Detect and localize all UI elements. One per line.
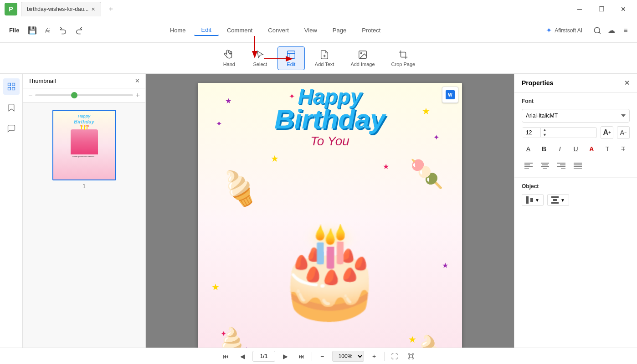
font-section: Font Arial-ItalicMT Arial Times New Roma… [514, 92, 637, 178]
restore-button[interactable]: ❐ [592, 0, 611, 18]
underline-a-button[interactable]: A [522, 143, 535, 155]
redo-button[interactable] [72, 24, 86, 37]
add-text-label: Add Text [315, 62, 334, 67]
happy-birthday-title: Happy Birthday To You [274, 87, 385, 149]
star-decoration: ✦ [433, 133, 439, 142]
font-decrease-button[interactable]: A− [617, 126, 630, 139]
file-menu[interactable]: File [5, 25, 24, 36]
crop-page-button[interactable]: Crop Page [385, 47, 422, 70]
zoom-in-button[interactable]: + [368, 350, 380, 363]
menu-tab-view[interactable]: View [297, 25, 324, 36]
svg-rect-35 [530, 198, 533, 202]
edit-tool-button[interactable]: Edit [277, 46, 305, 70]
star-decoration: ★ [225, 97, 231, 105]
prev-page-button[interactable]: ◀ [236, 350, 249, 363]
add-text-button[interactable]: Add Text [308, 47, 341, 70]
align-justify-button[interactable] [571, 159, 585, 172]
tab-close-button[interactable]: ✕ [91, 6, 95, 12]
properties-close-button[interactable]: ✕ [624, 79, 630, 87]
fullscreen-button[interactable] [405, 350, 417, 363]
new-tab-button[interactable]: + [105, 3, 117, 15]
zoom-level-select[interactable]: 100% 75% 125% 150% [332, 351, 364, 362]
font-size-down[interactable]: ▼ [543, 133, 547, 138]
first-page-button[interactable]: ⏮ [220, 350, 232, 363]
font-size-row: ▲ ▼ A+ A− [522, 126, 630, 139]
zoom-track[interactable] [35, 94, 133, 96]
zoom-in-icon[interactable]: + [136, 91, 140, 99]
title-bar: P birthday-wishes-for-dau... ✕ + ─ ❐ ✕ [0, 0, 637, 18]
main-layout: Thumbnail ✕ − + Happy Birthday To You [0, 74, 637, 348]
zoom-thumb [71, 92, 77, 98]
svg-rect-36 [551, 196, 559, 198]
cloud-button[interactable]: ☁ [608, 26, 615, 35]
menu-bar: File 💾 🖨 Home Edit Comment Convert View … [0, 18, 637, 43]
text-t-button[interactable]: T [601, 143, 614, 155]
menu-tab-edit[interactable]: Edit [194, 25, 219, 36]
object-distribute-button[interactable]: ▼ [547, 194, 569, 206]
properties-title: Properties [522, 79, 553, 87]
object-align-button[interactable]: ▼ [522, 194, 544, 206]
star-decoration: ★ [271, 153, 279, 164]
select-tool-label: Select [253, 62, 267, 67]
add-image-button[interactable]: Add Image [344, 47, 381, 70]
hand-tool-button[interactable]: Hand [216, 47, 243, 70]
thumbnail-zoom-bar: − + [23, 88, 145, 103]
menu-left: File 💾 🖨 [5, 24, 86, 37]
select-tool-button[interactable]: Select [247, 47, 274, 70]
undo-button[interactable] [57, 24, 70, 37]
font-family-select[interactable]: Arial-ItalicMT Arial Times New Roman [522, 109, 630, 123]
menu-right: ✦ Afirstsoft AI ☁ ≡ [541, 24, 632, 37]
page-number-input[interactable] [252, 351, 275, 362]
next-page-button[interactable]: ▶ [279, 350, 292, 363]
search-button[interactable] [591, 24, 604, 37]
sidebar-thumbnail-button[interactable] [3, 78, 20, 95]
italic-button[interactable]: I [553, 143, 566, 155]
ai-button[interactable]: ✦ Afirstsoft AI [541, 24, 587, 36]
menu-tab-page[interactable]: Page [325, 25, 354, 36]
align-right-button[interactable] [555, 159, 568, 172]
settings-button[interactable]: ≡ [619, 24, 632, 37]
menu-tabs: Home Edit Comment Convert View Page Prot… [163, 25, 388, 36]
object-controls-row: ▼ ▼ [522, 194, 630, 206]
happy-text: Happy [274, 87, 385, 106]
object-distribute-chevron: ▼ [560, 198, 565, 203]
align-left-button[interactable] [522, 159, 535, 172]
align-center-button[interactable] [538, 159, 552, 172]
font-increase-button[interactable]: A+ [601, 126, 613, 139]
sidebar-comment-button[interactable] [3, 120, 20, 137]
minimize-button[interactable]: ─ [570, 0, 589, 18]
menu-tab-home[interactable]: Home [163, 25, 193, 36]
zoom-out-icon[interactable]: − [28, 91, 32, 99]
thumbnail-content: Happy Birthday To You Lorem ipsum dolor … [23, 103, 145, 348]
svg-rect-12 [12, 83, 15, 86]
font-size-input[interactable] [522, 128, 540, 138]
menu-tab-comment[interactable]: Comment [220, 25, 260, 36]
save-button[interactable]: 💾 [26, 24, 39, 37]
svg-rect-4 [288, 51, 295, 58]
print-button[interactable]: 🖨 [41, 24, 55, 37]
thumbnail-panel: Thumbnail ✕ − + Happy Birthday To You [23, 74, 146, 348]
thumbnail-page-1[interactable]: Happy Birthday To You Lorem ipsum dolor … [52, 110, 116, 190]
color-a-button[interactable]: A [585, 143, 598, 155]
tab-title: birthday-wishes-for-dau... [27, 6, 88, 12]
pdf-area[interactable]: W ★ ✦ ★ ✦ ✦ ★ ★ ✦ Happy Birthday To You [146, 74, 514, 348]
thumbnail-close-button[interactable]: ✕ [135, 77, 140, 84]
menu-tab-convert[interactable]: Convert [261, 25, 296, 36]
close-button[interactable]: ✕ [614, 0, 632, 18]
object-section-label: Object [522, 183, 630, 190]
sidebar-bookmark-button[interactable] [3, 99, 20, 116]
menu-tab-protect[interactable]: Protect [354, 25, 388, 36]
strikethrough-button[interactable]: T [616, 143, 630, 155]
word-export-button[interactable]: W [442, 87, 458, 103]
font-size-up[interactable]: ▲ [543, 128, 547, 133]
svg-rect-34 [526, 196, 529, 204]
bold-button[interactable]: B [538, 143, 551, 155]
title-bar-controls: ─ ❐ ✕ [570, 0, 632, 18]
fit-page-button[interactable] [388, 350, 401, 363]
zoom-out-button[interactable]: − [316, 350, 329, 363]
document-tab[interactable]: birthday-wishes-for-dau... ✕ [21, 2, 101, 16]
left-sidebar [0, 74, 23, 348]
star-decoration: ★ [422, 106, 430, 117]
last-page-button[interactable]: ⏭ [295, 350, 308, 363]
underline-button[interactable]: U [569, 143, 582, 155]
